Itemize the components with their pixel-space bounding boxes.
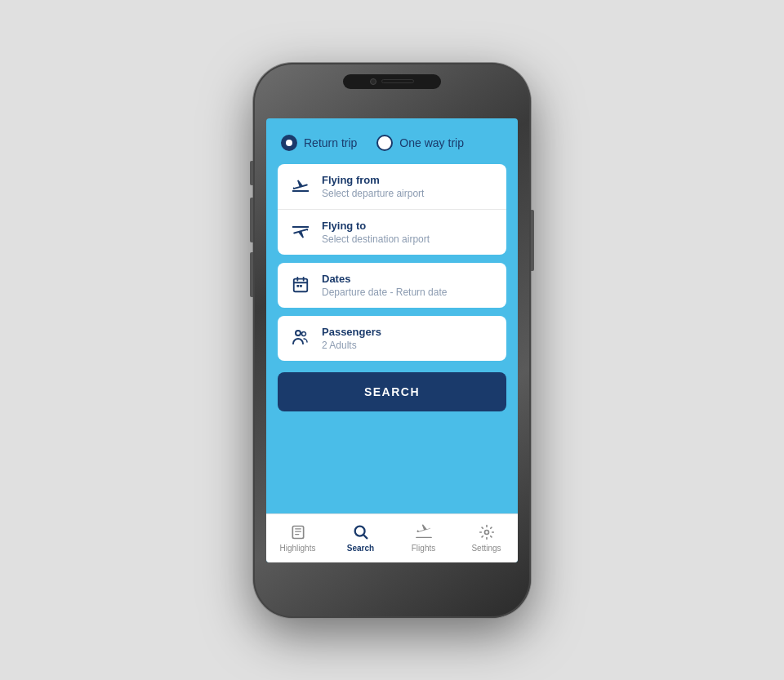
passengers-row[interactable]: Passengers 2 Adults bbox=[278, 316, 506, 361]
oneway-trip-option[interactable]: One way trip bbox=[376, 135, 464, 151]
oneway-trip-label: One way trip bbox=[399, 136, 464, 149]
settings-icon bbox=[478, 523, 496, 541]
svg-point-4 bbox=[302, 332, 306, 336]
phone-power-btn bbox=[531, 210, 534, 271]
highlights-nav-label: Highlights bbox=[280, 544, 316, 553]
flying-from-text: Flying from Select departure airport bbox=[322, 174, 495, 199]
phone-speaker bbox=[381, 79, 414, 83]
passengers-label: Passengers bbox=[322, 326, 495, 338]
phone-mute-btn bbox=[250, 161, 253, 185]
svg-rect-1 bbox=[296, 285, 299, 287]
nav-item-settings[interactable]: Settings bbox=[455, 514, 518, 562]
flying-to-label: Flying to bbox=[322, 220, 495, 232]
flying-from-label: Flying from bbox=[322, 174, 495, 186]
passengers-card[interactable]: Passengers 2 Adults bbox=[278, 316, 506, 361]
main-content: Return trip One way trip bbox=[266, 118, 518, 513]
flying-from-row[interactable]: Flying from Select departure airport bbox=[278, 164, 506, 210]
flying-to-text: Flying to Select destination airport bbox=[322, 220, 495, 245]
return-trip-radio[interactable] bbox=[281, 135, 297, 151]
flying-to-placeholder: Select destination airport bbox=[322, 233, 495, 245]
svg-rect-5 bbox=[292, 527, 303, 539]
flying-from-placeholder: Select departure airport bbox=[322, 188, 495, 199]
dates-label: Dates bbox=[322, 273, 495, 285]
return-trip-label: Return trip bbox=[304, 136, 357, 149]
dates-row[interactable]: Dates Departure date - Return date bbox=[278, 263, 506, 308]
svg-rect-2 bbox=[300, 285, 302, 287]
trip-type-selector: Return trip One way trip bbox=[278, 135, 506, 151]
search-button[interactable]: SEARCH bbox=[278, 372, 506, 411]
return-trip-option[interactable]: Return trip bbox=[281, 135, 357, 151]
phone-camera bbox=[370, 78, 376, 85]
passengers-value: 2 Adults bbox=[322, 340, 495, 351]
phone-shell: Return trip One way trip bbox=[253, 63, 531, 618]
search-icon bbox=[352, 523, 370, 541]
oneway-trip-radio[interactable] bbox=[376, 135, 393, 151]
departure-plane-icon bbox=[289, 175, 312, 198]
settings-nav-label: Settings bbox=[471, 544, 501, 553]
highlights-icon bbox=[289, 523, 307, 541]
dates-card[interactable]: Dates Departure date - Return date bbox=[278, 263, 506, 308]
bottom-navigation: Highlights Search bbox=[266, 513, 518, 562]
arrival-plane-icon bbox=[289, 220, 312, 243]
phone-device: Return trip One way trip bbox=[253, 63, 531, 618]
phone-screen: Return trip One way trip bbox=[266, 118, 518, 562]
svg-point-7 bbox=[484, 531, 488, 535]
nav-item-highlights[interactable]: Highlights bbox=[266, 514, 329, 562]
phone-vol-down-btn bbox=[250, 252, 253, 297]
search-nav-label: Search bbox=[347, 544, 374, 553]
dates-placeholder: Departure date - Return date bbox=[322, 287, 495, 298]
dates-text: Dates Departure date - Return date bbox=[322, 273, 495, 298]
app-screen: Return trip One way trip bbox=[266, 118, 518, 562]
nav-item-flights[interactable]: Flights bbox=[392, 514, 455, 562]
flights-icon bbox=[415, 523, 433, 541]
passengers-icon bbox=[289, 327, 312, 349]
passengers-text: Passengers 2 Adults bbox=[322, 326, 495, 351]
flights-nav-label: Flights bbox=[412, 544, 435, 553]
airport-selection-card: Flying from Select departure airport Fly… bbox=[278, 164, 506, 255]
flying-to-row[interactable]: Flying to Select destination airport bbox=[278, 210, 506, 255]
phone-notch bbox=[343, 74, 441, 89]
nav-item-search[interactable]: Search bbox=[329, 514, 392, 562]
svg-point-3 bbox=[296, 331, 301, 336]
phone-vol-up-btn bbox=[250, 198, 253, 242]
calendar-icon bbox=[289, 273, 312, 296]
